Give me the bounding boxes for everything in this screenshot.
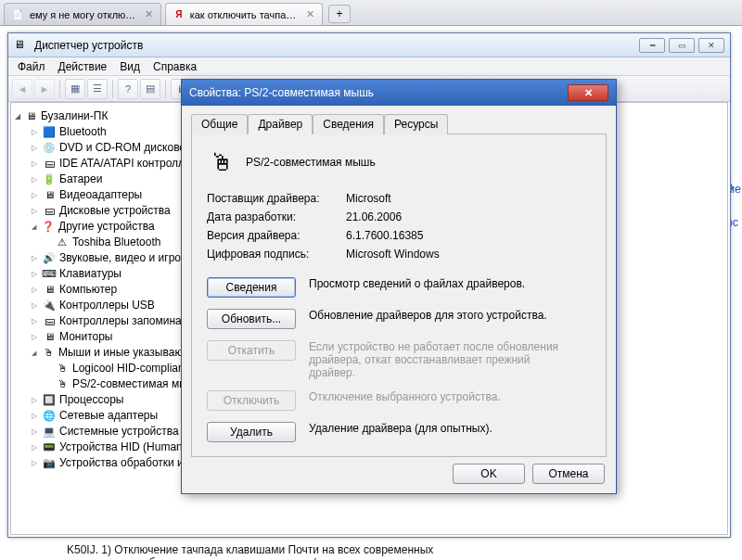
category-icon: 🔋 [43, 173, 56, 186]
info-key: Версия драйвера: [207, 229, 346, 242]
toolbar-button[interactable]: ▦ [65, 79, 85, 99]
category-icon: 🖴 [43, 205, 56, 218]
help-button[interactable]: ? [118, 79, 138, 99]
info-key: Дата разработки: [207, 210, 346, 223]
window-title: Диспетчер устройств [34, 39, 639, 52]
tab-details[interactable]: Сведения [313, 114, 384, 134]
new-tab-button[interactable]: + [328, 5, 351, 23]
tab-general[interactable]: Общие [191, 114, 248, 134]
menu-action[interactable]: Действие [58, 60, 108, 73]
close-button[interactable]: ✕ [568, 84, 608, 101]
properties-dialog: Свойства: PS/2-совместимая мышь ✕ Общие … [181, 79, 617, 494]
info-value: Microsoft [346, 192, 591, 205]
minimize-button[interactable]: ━ [639, 38, 665, 53]
button-description: Отключение выбранного устройства. [309, 390, 501, 403]
info-key: Поставщик драйвера: [207, 192, 346, 205]
menu-file[interactable]: Файл [18, 60, 45, 73]
category-icon: 🔌 [43, 299, 56, 312]
device-name: PS/2-совместимая мышь [246, 156, 376, 169]
dialog-title-bar[interactable]: Свойства: PS/2-совместимая мышь ✕ [182, 80, 616, 106]
ok-button[interactable]: OK [453, 464, 525, 484]
category-icon: 🔊 [43, 252, 56, 265]
tab-title: ему я не могу отключит... [30, 9, 139, 20]
category-icon: 🟦 [43, 126, 56, 139]
tab-title: как отключить тачпад на н... [190, 9, 301, 20]
forward-button: ► [34, 79, 55, 99]
cancel-button[interactable]: Отмена [532, 464, 605, 484]
category-icon: ❓ [42, 221, 55, 234]
info-value: Microsoft Windows [346, 248, 591, 261]
driver-action-button: Откатить [207, 340, 296, 361]
browser-tab-active[interactable]: Я как отключить тачпад на н... ✕ [165, 3, 323, 25]
driver-action-button[interactable]: Обновить... [207, 309, 296, 329]
menu-view[interactable]: Вид [120, 60, 140, 73]
category-icon: 🖱 [42, 347, 55, 360]
driver-action-button[interactable]: Сведения [207, 277, 296, 298]
button-description: Удаление драйвера (для опытных). [309, 422, 493, 435]
category-icon: 💻 [43, 426, 56, 439]
tab-list: Общие Драйвер Сведения Ресурсы [191, 113, 607, 134]
browser-tab-inactive[interactable]: 📄 ему я не могу отключит... ✕ [4, 3, 161, 25]
tab-close-icon[interactable]: ✕ [306, 8, 314, 20]
tab-resources[interactable]: Ресурсы [384, 114, 448, 134]
page-text: K50IJ. 1) Отключение тачпада клавишами П… [67, 543, 433, 556]
category-icon: 📷 [43, 457, 56, 470]
category-icon: 🖥 [43, 189, 56, 202]
menu-bar: Файл Действие Вид Справка [8, 57, 730, 76]
tab-driver[interactable]: Драйвер [248, 114, 313, 134]
window-title-bar[interactable]: 🖥 Диспетчер устройств ━ ▭ ✕ [8, 33, 730, 57]
category-icon: 🖥 [43, 331, 56, 344]
device-icon: 🖱 [56, 378, 69, 391]
driver-action-button[interactable]: Удалить [207, 422, 296, 442]
button-description: Если устройство не работает после обновл… [309, 340, 569, 379]
category-icon: 🖴 [43, 315, 56, 328]
category-icon: 🔲 [43, 394, 56, 407]
page-text: ноутах есть комбинация клавиш, отключающ… [67, 556, 425, 560]
toolbar-button[interactable]: ☰ [87, 79, 108, 99]
info-value: 21.06.2006 [346, 210, 591, 223]
category-icon: 🖥 [43, 284, 56, 297]
tab-close-icon[interactable]: ✕ [145, 8, 153, 20]
close-button[interactable]: ✕ [698, 38, 724, 53]
category-icon: 📟 [43, 441, 56, 454]
tab-panel-driver: 🖱 PS/2-совместимая мышь Поставщик драйве… [191, 134, 607, 457]
menu-help[interactable]: Справка [153, 60, 197, 73]
info-value: 6.1.7600.16385 [346, 229, 591, 242]
category-icon: 🌐 [43, 410, 56, 423]
toolbar-button[interactable]: ▤ [140, 79, 160, 99]
computer-icon: 🖥 [14, 38, 29, 53]
category-icon: ⌨ [43, 268, 56, 281]
device-icon: 🖱 [56, 363, 69, 375]
category-icon: 💿 [43, 142, 56, 155]
yandex-favicon: Я [173, 8, 185, 21]
dialog-title: Свойства: PS/2-совместимая мышь [189, 86, 568, 99]
browser-tab-strip: 📄 ему я не могу отключит... ✕ Я как откл… [0, 0, 742, 26]
button-description: Просмотр сведений о файлах драйверов. [309, 277, 525, 290]
category-icon: 🖴 [43, 158, 56, 171]
tab-favicon: 📄 [12, 8, 24, 21]
maximize-button[interactable]: ▭ [669, 38, 695, 53]
button-description: Обновление драйверов для этого устройств… [309, 309, 547, 322]
driver-action-button: Отключить [207, 390, 296, 411]
info-key: Цифровая подпись: [207, 248, 346, 261]
device-icon: ⚠ [56, 236, 69, 249]
computer-icon: 🖥 [24, 110, 37, 123]
back-button: ◄ [12, 79, 32, 99]
mouse-icon: 🖱 [207, 147, 237, 177]
